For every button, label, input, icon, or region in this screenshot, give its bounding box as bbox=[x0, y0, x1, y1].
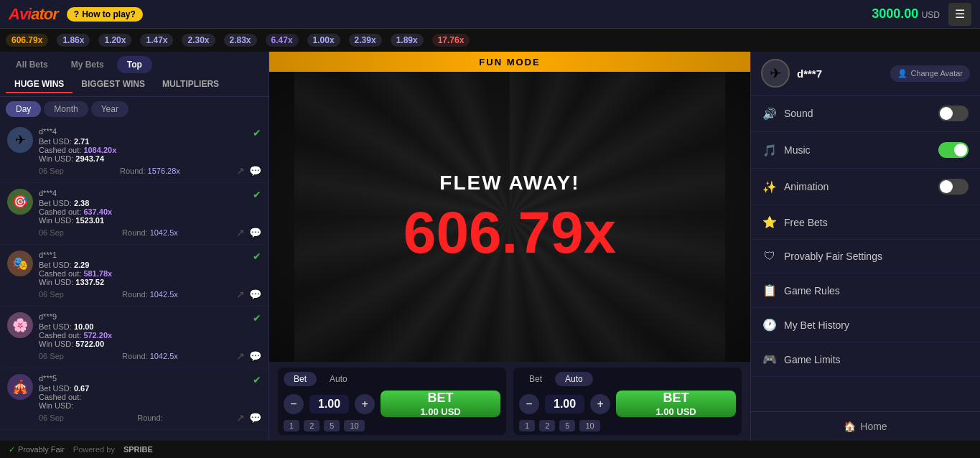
animation-label: Animation bbox=[784, 181, 931, 192]
sound-icon: 🔊 bbox=[762, 107, 777, 121]
spribe-text: SPRIBE bbox=[123, 445, 153, 454]
sub-tab-biggest-wins[interactable]: BIGGEST WINS bbox=[73, 76, 154, 93]
multiplier-pill[interactable]: 1.00x bbox=[307, 34, 340, 47]
menu-item-bet-history[interactable]: 🕐 My Bet History bbox=[751, 308, 980, 342]
flew-away-text: FLEW AWAY! bbox=[439, 172, 579, 195]
animation-toggle[interactable] bbox=[938, 179, 969, 195]
bet-amount-2: 1.00 bbox=[545, 395, 584, 413]
menu-item-music[interactable]: 🎵 Music bbox=[751, 132, 980, 169]
increase-bet-1[interactable]: + bbox=[355, 394, 375, 414]
avatar: ✈ bbox=[7, 127, 33, 153]
chat-icon[interactable]: 💬 bbox=[249, 289, 261, 300]
multiplier-pill[interactable]: 606.79x bbox=[6, 34, 48, 47]
music-icon: 🎵 bbox=[762, 144, 777, 157]
share-icons[interactable]: ↗ 💬 bbox=[236, 412, 261, 424]
game-limits-label: Game Limits bbox=[784, 354, 969, 365]
right-panel: ✈ d***7 👤 Change Avatar 🔊 Sound 🎵 Music bbox=[750, 52, 980, 441]
share-icon[interactable]: ↗ bbox=[236, 289, 245, 300]
bet-button-1[interactable]: BET 1.00 USD bbox=[381, 391, 500, 417]
chat-icon[interactable]: 💬 bbox=[249, 412, 261, 424]
main-layout: All Bets My Bets Top HUGE WINS BIGGEST W… bbox=[0, 52, 980, 441]
sound-label: Sound bbox=[784, 108, 931, 119]
bet-tab-auto-2[interactable]: Auto bbox=[555, 372, 593, 386]
menu-item-game-limits[interactable]: 🎮 Game Limits bbox=[751, 342, 980, 377]
multiplier-pill[interactable]: 2.39x bbox=[349, 34, 382, 47]
chat-icon[interactable]: 💬 bbox=[249, 227, 261, 238]
quick-2-2[interactable]: 2 bbox=[539, 420, 555, 431]
multiplier-pill[interactable]: 1.86x bbox=[57, 34, 90, 47]
share-icons[interactable]: ↗ 💬 bbox=[236, 350, 261, 362]
bet-amount-label-2: 1.00 USD bbox=[655, 406, 696, 418]
share-icons[interactable]: ↗ 💬 bbox=[236, 165, 261, 177]
quick-5-2[interactable]: 5 bbox=[559, 420, 575, 431]
bet-tab-bet-1[interactable]: Bet bbox=[284, 372, 317, 386]
tab-all-bets[interactable]: All Bets bbox=[6, 56, 58, 73]
game-rules-label: Game Rules bbox=[784, 285, 969, 296]
quick-1-1[interactable]: 1 bbox=[284, 420, 299, 431]
menu-item-free-bets[interactable]: ⭐ Free Bets bbox=[751, 205, 980, 240]
tab-my-bets[interactable]: My Bets bbox=[61, 56, 114, 73]
change-avatar-button[interactable]: 👤 Change Avatar bbox=[890, 65, 970, 82]
chat-icon[interactable]: 💬 bbox=[249, 165, 261, 177]
verified-icon: ✔ bbox=[253, 251, 261, 262]
table-row: 🎯 d***4 Bet USD: 2.38 Cashed out: 637.40… bbox=[0, 183, 269, 245]
shield-icon: 🛡 bbox=[762, 250, 777, 263]
user-header: ✈ d***7 👤 Change Avatar bbox=[751, 52, 980, 95]
multiplier-pill[interactable]: 17.76x bbox=[432, 34, 470, 47]
menu-item-game-rules[interactable]: 📋 Game Rules bbox=[751, 274, 980, 308]
share-icon[interactable]: ↗ bbox=[236, 165, 245, 177]
sound-toggle[interactable] bbox=[938, 106, 969, 121]
bet-info: d***1 Bet USD: 2.29 Cashed out: 581.78x … bbox=[39, 251, 247, 286]
verified-icon: ✔ bbox=[253, 189, 261, 200]
music-toggle[interactable] bbox=[938, 142, 969, 158]
multiplier-pill[interactable]: 2.83x bbox=[224, 34, 257, 47]
quick-10-1[interactable]: 10 bbox=[344, 420, 364, 431]
chat-icon[interactable]: 💬 bbox=[249, 350, 261, 362]
share-icons[interactable]: ↗ 💬 bbox=[236, 227, 261, 238]
bet-button-2[interactable]: BET 1.00 USD bbox=[616, 391, 736, 417]
decrease-bet-1[interactable]: − bbox=[284, 394, 304, 414]
top-bar-right: 3000.00 USD ☰ bbox=[872, 3, 971, 26]
sub-tab-multipliers[interactable]: MULTIPLIERS bbox=[154, 76, 228, 93]
bet-user: d***4 bbox=[39, 189, 247, 197]
share-icon[interactable]: ↗ bbox=[236, 227, 245, 238]
multiplier-pill[interactable]: 1.47x bbox=[140, 34, 173, 47]
menu-item-animation[interactable]: ✨ Animation bbox=[751, 169, 980, 205]
multiplier-pill[interactable]: 6.47x bbox=[266, 34, 299, 47]
bet-tab-auto-1[interactable]: Auto bbox=[319, 372, 358, 386]
home-button[interactable]: 🏠 Home bbox=[751, 411, 980, 441]
multiplier-bar: 606.79x1.86x1.20x1.47x2.30x2.83x6.47x1.0… bbox=[0, 29, 980, 52]
bet-date: 06 Sep bbox=[39, 167, 64, 175]
menu-item-sound[interactable]: 🔊 Sound bbox=[751, 95, 980, 132]
change-avatar-label: Change Avatar bbox=[910, 69, 963, 78]
tab-top[interactable]: Top bbox=[117, 56, 152, 73]
share-icon[interactable]: ↗ bbox=[236, 350, 245, 362]
period-year[interactable]: Year bbox=[91, 101, 129, 117]
quick-5-1[interactable]: 5 bbox=[324, 420, 340, 431]
bet-info: d***5 Bet USD: 0.67 Cashed out: Win USD: bbox=[39, 374, 247, 410]
multiplier-pill[interactable]: 2.30x bbox=[182, 34, 215, 47]
share-icons[interactable]: ↗ 💬 bbox=[236, 289, 261, 300]
increase-bet-2[interactable]: + bbox=[590, 394, 610, 414]
provably-fair-text: Provably Fair bbox=[18, 445, 65, 454]
how-to-play-button[interactable]: ? How to play? bbox=[67, 7, 143, 22]
multiplier-pill[interactable]: 1.20x bbox=[98, 34, 131, 47]
period-day[interactable]: Day bbox=[6, 101, 41, 117]
hamburger-button[interactable]: ☰ bbox=[948, 3, 971, 26]
menu-item-provably-fair[interactable]: 🛡 Provably Fair Settings bbox=[751, 240, 980, 274]
sub-tab-huge-wins[interactable]: HUGE WINS bbox=[6, 76, 73, 93]
period-month[interactable]: Month bbox=[44, 101, 88, 117]
game-canvas: FLEW AWAY! 606.79x bbox=[269, 72, 750, 362]
quick-10-2[interactable]: 10 bbox=[579, 420, 599, 431]
multiplier-pill[interactable]: 1.89x bbox=[391, 34, 424, 47]
top-bar: Aviator ? How to play? 3000.00 USD ☰ bbox=[0, 0, 980, 29]
quick-2-1[interactable]: 2 bbox=[304, 420, 319, 431]
bet-input-row-2: − 1.00 + BET 1.00 USD bbox=[519, 391, 736, 417]
quick-1-2[interactable]: 1 bbox=[519, 420, 535, 431]
balance-currency: USD bbox=[922, 10, 940, 20]
verified-icon: ✔ bbox=[253, 374, 261, 385]
bet-tab-bet-2[interactable]: Bet bbox=[519, 372, 552, 386]
decrease-bet-2[interactable]: − bbox=[519, 394, 539, 414]
share-icon[interactable]: ↗ bbox=[236, 412, 245, 424]
cashout-line: Cashed out: 637.40x bbox=[39, 207, 247, 216]
